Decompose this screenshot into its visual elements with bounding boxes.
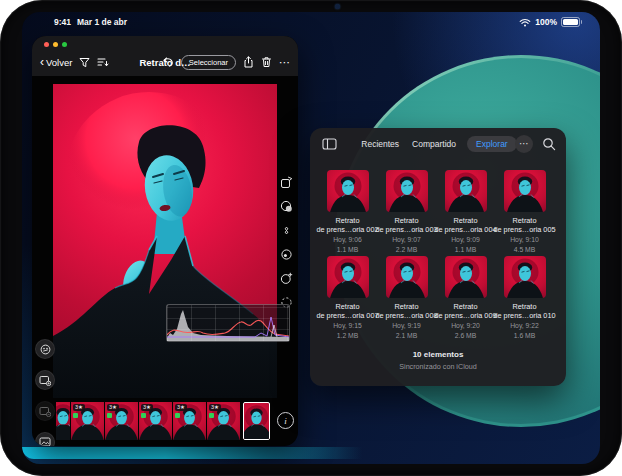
vignette-icon[interactable] xyxy=(280,248,293,261)
share-icon[interactable] xyxy=(243,56,254,68)
gallery-icon xyxy=(39,437,51,446)
file-item[interactable]: Retratode prens…oria 004 Hoy, 9:09 1.1 M… xyxy=(437,170,494,254)
histogram-panel[interactable] xyxy=(166,304,290,342)
close-window-dot[interactable] xyxy=(44,42,49,47)
effects-sparkle-icon[interactable] xyxy=(280,272,293,285)
back-button[interactable]: ‹ Volver xyxy=(40,57,72,68)
portrait-artwork xyxy=(53,84,277,398)
histogram-grid xyxy=(167,305,289,341)
file-thumbnail[interactable] xyxy=(327,170,369,212)
wifi-icon xyxy=(519,18,531,27)
chevron-left-icon: ‹ xyxy=(40,57,44,67)
library-actions-rail xyxy=(35,339,55,446)
files-more-button[interactable]: ⋯ xyxy=(515,135,533,153)
photo-badge-icon xyxy=(39,375,51,386)
file-name: Retratode prens…oria 007 xyxy=(316,303,378,320)
file-item[interactable]: Retratode prens…oria 009 Hoy, 9:20 2.6 M… xyxy=(437,256,494,340)
filmstrip[interactable]: 3★ 3★ 3★ 3★ 3★ xyxy=(56,402,276,440)
gallery-button[interactable] xyxy=(35,432,55,446)
window-controls[interactable] xyxy=(44,42,67,47)
file-time: Hoy, 9:10 xyxy=(510,236,539,244)
files-browser-panel: Recientes Compartido Explorar ⋯ Retratod… xyxy=(310,128,566,386)
status-bar: 9:41 Mar 1 de abr 100% xyxy=(22,14,600,30)
rating-badge: 3★ xyxy=(141,404,153,411)
file-thumbnail[interactable] xyxy=(386,256,428,298)
file-thumbnail[interactable] xyxy=(445,170,487,212)
remove-photo-button[interactable] xyxy=(35,401,55,421)
status-date: Mar 1 de abr xyxy=(77,17,127,27)
info-button[interactable]: i xyxy=(277,412,294,429)
file-thumbnail[interactable] xyxy=(386,170,428,212)
file-size: 1.1 MB xyxy=(455,246,477,254)
file-time: Hoy, 9:20 xyxy=(451,322,480,330)
curves-icon[interactable] xyxy=(280,224,293,237)
tab-recientes[interactable]: Recientes xyxy=(359,136,401,152)
minimize-window-dot[interactable] xyxy=(53,42,58,47)
filmstrip-thumb[interactable]: 3★ xyxy=(207,402,240,440)
face-rating-icon xyxy=(40,344,51,355)
file-thumbnail[interactable] xyxy=(445,256,487,298)
back-button-label: Volver xyxy=(46,57,72,68)
rating-badge: 3★ xyxy=(107,404,119,411)
crop-rotate-icon[interactable] xyxy=(280,176,293,189)
file-item[interactable]: Retratode prens…oria 003 Hoy, 9:07 2.2 M… xyxy=(378,170,435,254)
photo-editor-window: ‹ Volver Retrato d… xyxy=(32,36,298,446)
sync-status: Sincronizado con iCloud xyxy=(310,362,566,371)
edit-tools-rail xyxy=(277,176,295,309)
item-count: 10 elementos xyxy=(310,350,566,359)
file-size: 2.2 MB xyxy=(396,246,418,254)
search-icon xyxy=(542,137,556,151)
file-size: 1.2 MB xyxy=(337,332,359,340)
file-time: Hoy, 9:22 xyxy=(510,322,539,330)
filmstrip-thumb[interactable]: 3★ xyxy=(139,402,172,440)
file-thumbnail[interactable] xyxy=(327,256,369,298)
file-item[interactable]: Retratode prens…oria 010 Hoy, 9:22 1.6 M… xyxy=(496,256,553,340)
file-name: Retratode prens…oria 002 xyxy=(316,217,378,234)
filter-funnel-icon[interactable] xyxy=(79,57,90,68)
trash-icon[interactable] xyxy=(261,56,272,68)
photo-badge-minus-icon xyxy=(39,406,51,417)
rate-flag-button[interactable] xyxy=(35,339,55,359)
search-button[interactable] xyxy=(542,137,556,151)
filmstrip-thumb-selected[interactable] xyxy=(243,402,270,440)
file-item[interactable]: Retratode prens…oria 007 Hoy, 9:15 1.2 M… xyxy=(319,256,376,340)
filters-icon[interactable] xyxy=(280,200,293,213)
file-size: 4.5 MB xyxy=(514,246,536,254)
edited-indicator xyxy=(107,413,112,418)
file-thumbnail[interactable] xyxy=(504,256,546,298)
file-time: Hoy, 9:07 xyxy=(392,236,421,244)
screenshot-canvas: 9:41 Mar 1 de abr 100% xyxy=(0,0,622,476)
edited-indicator xyxy=(209,413,214,418)
battery-icon xyxy=(561,17,580,27)
file-name: Retratode prens…oria 009 xyxy=(434,303,496,320)
export-photo-button[interactable] xyxy=(35,370,55,390)
ellipsis-icon: ⋯ xyxy=(519,139,529,149)
edited-indicator xyxy=(141,413,146,418)
tab-compartido[interactable]: Compartido xyxy=(410,136,458,152)
sort-icon[interactable] xyxy=(97,57,109,68)
file-time: Hoy, 9:09 xyxy=(451,236,480,244)
filmstrip-thumb[interactable]: 3★ xyxy=(105,402,138,440)
filmstrip-thumb[interactable]: 3★ xyxy=(71,402,104,440)
file-size: 1.6 MB xyxy=(514,332,536,340)
zoom-window-dot[interactable] xyxy=(62,42,67,47)
edited-indicator xyxy=(175,413,180,418)
file-thumbnail[interactable] xyxy=(504,170,546,212)
file-item[interactable]: Retratode prens…oria 005 Hoy, 9:10 4.5 M… xyxy=(496,170,553,254)
filmstrip-thumb[interactable]: 3★ xyxy=(173,402,206,440)
file-item[interactable]: Retratode prens…oria 002 Hoy, 9:06 1.1 M… xyxy=(319,170,376,254)
window-title: Retrato d… xyxy=(139,57,190,68)
filmstrip-thumb[interactable] xyxy=(56,402,70,440)
main-photo[interactable] xyxy=(53,84,277,398)
tab-explorar[interactable]: Explorar xyxy=(467,136,517,152)
wallpaper-cyan-glow xyxy=(22,447,380,459)
rating-badge: 3★ xyxy=(175,404,187,411)
file-time: Hoy, 9:06 xyxy=(333,236,362,244)
file-grid: Retratode prens…oria 002 Hoy, 9:06 1.1 M… xyxy=(318,170,554,340)
edited-indicator xyxy=(73,413,78,418)
file-item[interactable]: Retratode prens…oria 008 Hoy, 9:19 2.1 M… xyxy=(378,256,435,340)
more-options-icon[interactable]: ⋯ xyxy=(279,57,290,68)
files-footer: 10 elementos Sincronizado con iCloud xyxy=(310,350,566,371)
file-time: Hoy, 9:15 xyxy=(333,322,362,330)
file-name: Retratode prens…oria 004 xyxy=(434,217,496,234)
